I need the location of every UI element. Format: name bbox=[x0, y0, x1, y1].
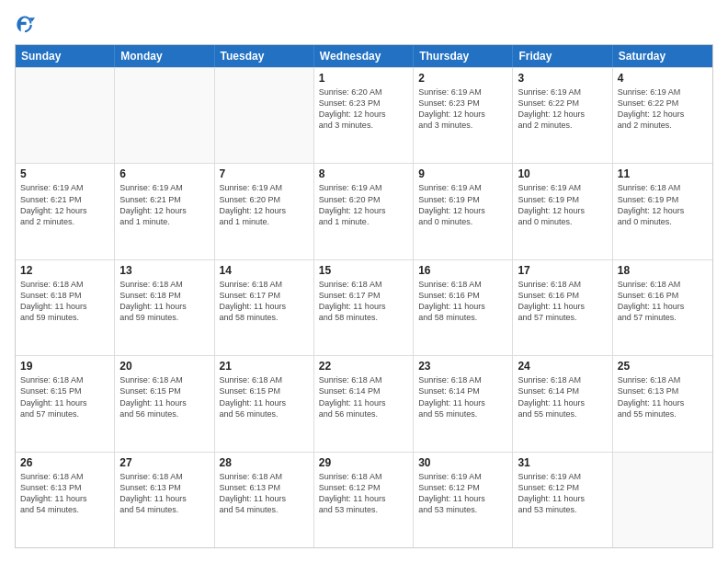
day-cell-11: 11Sunrise: 6:18 AMSunset: 6:19 PMDayligh… bbox=[613, 164, 712, 259]
day-cell-27: 27Sunrise: 6:18 AMSunset: 6:13 PMDayligh… bbox=[115, 453, 214, 547]
day-number: 28 bbox=[220, 456, 309, 469]
day-number: 31 bbox=[518, 456, 607, 469]
weekday-header-sunday: Sunday bbox=[16, 45, 115, 67]
day-info: Sunrise: 6:19 AMSunset: 6:19 PMDaylight:… bbox=[518, 182, 607, 227]
calendar-row-1: 5Sunrise: 6:19 AMSunset: 6:21 PMDaylight… bbox=[16, 163, 712, 259]
day-info: Sunrise: 6:18 AMSunset: 6:14 PMDaylight:… bbox=[518, 374, 607, 419]
calendar-header: SundayMondayTuesdayWednesdayThursdayFrid… bbox=[16, 45, 712, 67]
calendar-body: 1Sunrise: 6:20 AMSunset: 6:23 PMDaylight… bbox=[16, 67, 712, 547]
day-number: 15 bbox=[319, 264, 408, 277]
day-number: 19 bbox=[20, 360, 109, 373]
day-info: Sunrise: 6:18 AMSunset: 6:13 PMDaylight:… bbox=[618, 374, 708, 419]
day-info: Sunrise: 6:18 AMSunset: 6:16 PMDaylight:… bbox=[418, 279, 507, 324]
day-cell-2: 2Sunrise: 6:19 AMSunset: 6:23 PMDaylight… bbox=[414, 68, 513, 163]
page: SundayMondayTuesdayWednesdayThursdayFrid… bbox=[0, 0, 728, 563]
day-info: Sunrise: 6:18 AMSunset: 6:13 PMDaylight:… bbox=[119, 471, 209, 516]
day-info: Sunrise: 6:19 AMSunset: 6:23 PMDaylight:… bbox=[418, 86, 507, 132]
day-number: 12 bbox=[20, 264, 109, 277]
day-cell-20: 20Sunrise: 6:18 AMSunset: 6:15 PMDayligh… bbox=[115, 356, 214, 451]
logo-icon bbox=[15, 15, 35, 35]
day-cell-16: 16Sunrise: 6:18 AMSunset: 6:16 PMDayligh… bbox=[414, 260, 513, 355]
day-cell-19: 19Sunrise: 6:18 AMSunset: 6:15 PMDayligh… bbox=[16, 356, 115, 451]
day-cell-7: 7Sunrise: 6:19 AMSunset: 6:20 PMDaylight… bbox=[215, 164, 314, 259]
day-cell-6: 6Sunrise: 6:19 AMSunset: 6:21 PMDaylight… bbox=[115, 164, 214, 259]
day-info: Sunrise: 6:19 AMSunset: 6:12 PMDaylight:… bbox=[418, 471, 507, 516]
day-info: Sunrise: 6:18 AMSunset: 6:14 PMDaylight:… bbox=[418, 374, 507, 419]
day-number: 1 bbox=[319, 72, 408, 85]
empty-cell bbox=[16, 68, 115, 163]
day-info: Sunrise: 6:18 AMSunset: 6:15 PMDaylight:… bbox=[119, 374, 209, 419]
day-info: Sunrise: 6:19 AMSunset: 6:22 PMDaylight:… bbox=[618, 86, 708, 132]
weekday-header-tuesday: Tuesday bbox=[215, 45, 314, 67]
day-cell-9: 9Sunrise: 6:19 AMSunset: 6:19 PMDaylight… bbox=[414, 164, 513, 259]
day-info: Sunrise: 6:18 AMSunset: 6:12 PMDaylight:… bbox=[319, 471, 408, 516]
day-cell-28: 28Sunrise: 6:18 AMSunset: 6:13 PMDayligh… bbox=[215, 453, 314, 547]
day-cell-21: 21Sunrise: 6:18 AMSunset: 6:15 PMDayligh… bbox=[215, 356, 314, 451]
day-info: Sunrise: 6:19 AMSunset: 6:20 PMDaylight:… bbox=[220, 182, 309, 227]
empty-cell bbox=[613, 453, 712, 547]
calendar-row-0: 1Sunrise: 6:20 AMSunset: 6:23 PMDaylight… bbox=[16, 67, 712, 163]
day-number: 29 bbox=[319, 456, 408, 469]
empty-cell bbox=[215, 68, 314, 163]
day-number: 22 bbox=[319, 360, 408, 373]
day-info: Sunrise: 6:19 AMSunset: 6:19 PMDaylight:… bbox=[418, 182, 507, 227]
day-cell-22: 22Sunrise: 6:18 AMSunset: 6:14 PMDayligh… bbox=[314, 356, 414, 451]
day-info: Sunrise: 6:18 AMSunset: 6:18 PMDaylight:… bbox=[119, 279, 209, 324]
day-cell-25: 25Sunrise: 6:18 AMSunset: 6:13 PMDayligh… bbox=[613, 356, 712, 451]
day-number: 17 bbox=[518, 264, 607, 277]
day-number: 16 bbox=[418, 264, 507, 277]
day-cell-24: 24Sunrise: 6:18 AMSunset: 6:14 PMDayligh… bbox=[513, 356, 612, 451]
calendar-row-2: 12Sunrise: 6:18 AMSunset: 6:18 PMDayligh… bbox=[16, 259, 712, 355]
day-info: Sunrise: 6:18 AMSunset: 6:18 PMDaylight:… bbox=[20, 279, 109, 324]
day-cell-26: 26Sunrise: 6:18 AMSunset: 6:13 PMDayligh… bbox=[16, 453, 115, 547]
day-number: 11 bbox=[618, 167, 708, 180]
day-info: Sunrise: 6:18 AMSunset: 6:19 PMDaylight:… bbox=[618, 182, 708, 227]
day-info: Sunrise: 6:19 AMSunset: 6:12 PMDaylight:… bbox=[518, 471, 607, 516]
day-number: 4 bbox=[618, 72, 708, 85]
day-cell-13: 13Sunrise: 6:18 AMSunset: 6:18 PMDayligh… bbox=[115, 260, 214, 355]
day-number: 6 bbox=[119, 167, 209, 180]
weekday-header-thursday: Thursday bbox=[414, 45, 513, 67]
day-info: Sunrise: 6:18 AMSunset: 6:14 PMDaylight:… bbox=[319, 374, 408, 419]
day-number: 20 bbox=[119, 360, 209, 373]
day-number: 9 bbox=[418, 167, 507, 180]
day-cell-31: 31Sunrise: 6:19 AMSunset: 6:12 PMDayligh… bbox=[513, 453, 612, 547]
weekday-header-monday: Monday bbox=[115, 45, 214, 67]
day-cell-5: 5Sunrise: 6:19 AMSunset: 6:21 PMDaylight… bbox=[16, 164, 115, 259]
weekday-header-friday: Friday bbox=[513, 45, 612, 67]
day-number: 2 bbox=[418, 72, 507, 85]
day-info: Sunrise: 6:18 AMSunset: 6:13 PMDaylight:… bbox=[220, 471, 309, 516]
day-info: Sunrise: 6:18 AMSunset: 6:17 PMDaylight:… bbox=[319, 279, 408, 324]
day-number: 24 bbox=[518, 360, 607, 373]
day-number: 26 bbox=[20, 456, 109, 469]
day-cell-30: 30Sunrise: 6:19 AMSunset: 6:12 PMDayligh… bbox=[414, 453, 513, 547]
day-cell-17: 17Sunrise: 6:18 AMSunset: 6:16 PMDayligh… bbox=[513, 260, 612, 355]
day-info: Sunrise: 6:18 AMSunset: 6:15 PMDaylight:… bbox=[20, 374, 109, 419]
day-info: Sunrise: 6:19 AMSunset: 6:21 PMDaylight:… bbox=[20, 182, 109, 227]
weekday-header-wednesday: Wednesday bbox=[314, 45, 414, 67]
weekday-header-saturday: Saturday bbox=[613, 45, 712, 67]
calendar: SundayMondayTuesdayWednesdayThursdayFrid… bbox=[15, 44, 713, 548]
day-cell-12: 12Sunrise: 6:18 AMSunset: 6:18 PMDayligh… bbox=[16, 260, 115, 355]
day-cell-4: 4Sunrise: 6:19 AMSunset: 6:22 PMDaylight… bbox=[613, 68, 712, 163]
logo bbox=[15, 15, 39, 35]
day-cell-14: 14Sunrise: 6:18 AMSunset: 6:17 PMDayligh… bbox=[215, 260, 314, 355]
day-info: Sunrise: 6:18 AMSunset: 6:17 PMDaylight:… bbox=[220, 279, 309, 324]
day-number: 27 bbox=[119, 456, 209, 469]
day-number: 3 bbox=[518, 72, 607, 85]
day-info: Sunrise: 6:20 AMSunset: 6:23 PMDaylight:… bbox=[319, 86, 408, 132]
day-info: Sunrise: 6:19 AMSunset: 6:22 PMDaylight:… bbox=[518, 86, 607, 132]
day-number: 14 bbox=[220, 264, 309, 277]
day-number: 25 bbox=[618, 360, 708, 373]
day-cell-8: 8Sunrise: 6:19 AMSunset: 6:20 PMDaylight… bbox=[314, 164, 414, 259]
header bbox=[15, 15, 713, 35]
empty-cell bbox=[115, 68, 214, 163]
day-cell-18: 18Sunrise: 6:18 AMSunset: 6:16 PMDayligh… bbox=[613, 260, 712, 355]
day-cell-29: 29Sunrise: 6:18 AMSunset: 6:12 PMDayligh… bbox=[314, 453, 414, 547]
day-number: 18 bbox=[618, 264, 708, 277]
day-number: 5 bbox=[20, 167, 109, 180]
day-cell-3: 3Sunrise: 6:19 AMSunset: 6:22 PMDaylight… bbox=[513, 68, 612, 163]
day-info: Sunrise: 6:18 AMSunset: 6:16 PMDaylight:… bbox=[618, 279, 708, 324]
day-number: 10 bbox=[518, 167, 607, 180]
day-number: 8 bbox=[319, 167, 408, 180]
